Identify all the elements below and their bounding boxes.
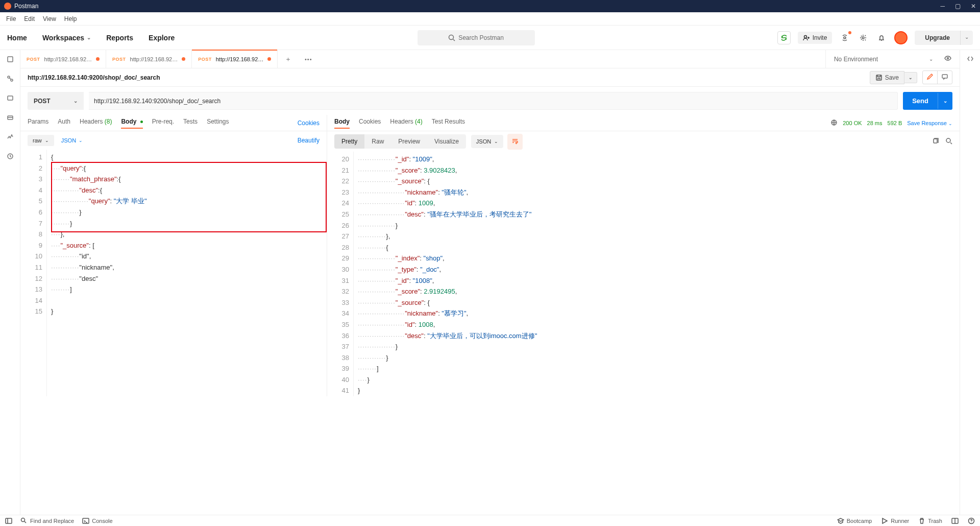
- chevron-down-icon: ⌄: [929, 56, 933, 62]
- save-icon: [875, 74, 883, 81]
- comment-icon[interactable]: [938, 71, 952, 84]
- request-tab[interactable]: POST http://192.168.92…: [192, 50, 278, 68]
- app-logo: [4, 3, 11, 10]
- nav-workspaces[interactable]: Workspaces ⌄: [42, 34, 91, 42]
- notifications-icon[interactable]: [876, 32, 887, 43]
- invite-button[interactable]: Invite: [798, 32, 832, 44]
- titlebar: Postman ─ ▢ ✕: [0, 0, 980, 12]
- nav-explore[interactable]: Explore: [149, 34, 175, 42]
- save-response-button[interactable]: Save Response ⌄: [907, 120, 952, 126]
- trash-button[interactable]: Trash: [918, 517, 942, 524]
- body-mode-label: raw: [33, 137, 42, 144]
- environments-icon[interactable]: [5, 93, 15, 103]
- body-lang-select[interactable]: JSON ⌄: [61, 137, 83, 144]
- history-icon[interactable]: [5, 151, 15, 161]
- bootcamp-button[interactable]: Bootcamp: [837, 517, 872, 524]
- view-preview[interactable]: Preview: [391, 134, 427, 149]
- nav-reports[interactable]: Reports: [106, 34, 133, 42]
- request-tab[interactable]: POST http://192.168.92…: [106, 50, 192, 68]
- eye-icon[interactable]: [944, 55, 951, 63]
- request-tab[interactable]: POST http://192.168.92…: [20, 50, 106, 68]
- svg-point-18: [21, 518, 25, 521]
- resp-tab-headers-count: (4): [415, 118, 423, 125]
- tab-params[interactable]: Params: [28, 118, 48, 128]
- search-response-icon[interactable]: [945, 137, 952, 146]
- upgrade-caret[interactable]: ⌄: [960, 31, 973, 45]
- tab-prereq[interactable]: Pre-req.: [152, 118, 174, 128]
- tab-settings[interactable]: Settings: [207, 118, 229, 128]
- view-pretty[interactable]: Pretty: [334, 134, 364, 149]
- resp-tab-body[interactable]: Body: [334, 118, 350, 128]
- url-input[interactable]: http://192.168.92.140:9200/shop/_doc/_se…: [89, 92, 898, 110]
- send-caret[interactable]: ⌄: [938, 93, 952, 109]
- environment-select[interactable]: No Environment ⌄: [825, 50, 960, 68]
- avatar[interactable]: [894, 31, 908, 44]
- response-toolbar: Pretty Raw Preview Visualize JSON ⌄: [327, 131, 960, 152]
- wrap-toggle[interactable]: [507, 134, 523, 150]
- collections-icon[interactable]: [5, 54, 15, 64]
- body-mode-select[interactable]: raw ⌄: [28, 135, 54, 146]
- view-raw[interactable]: Raw: [364, 134, 391, 149]
- satellite-icon[interactable]: [839, 32, 850, 43]
- resp-tab-cookies[interactable]: Cookies: [359, 118, 381, 128]
- window-maximize-icon[interactable]: ▢: [955, 3, 961, 10]
- tab-method: POST: [27, 57, 40, 62]
- menu-view[interactable]: View: [43, 15, 56, 22]
- tab-body[interactable]: Body: [121, 118, 142, 128]
- nav-home[interactable]: Home: [7, 34, 27, 42]
- mock-icon[interactable]: [5, 112, 15, 123]
- search-input[interactable]: Search Postman: [418, 30, 535, 45]
- svg-rect-7: [8, 96, 13, 100]
- menu-edit[interactable]: Edit: [24, 15, 35, 22]
- two-pane-icon[interactable]: [951, 517, 959, 524]
- runner-button[interactable]: Runner: [881, 517, 909, 524]
- monitors-icon[interactable]: [5, 132, 15, 142]
- tab-title: http://192.168.92…: [130, 56, 178, 62]
- tab-more-button[interactable]: •••: [298, 50, 318, 68]
- cookies-link[interactable]: Cookies: [298, 119, 320, 127]
- tab-tests[interactable]: Tests: [183, 118, 198, 128]
- response-body-viewer[interactable]: 2021222324252627282930313233343536373839…: [327, 152, 960, 396]
- settings-icon[interactable]: [857, 32, 869, 43]
- send-button[interactable]: Send ⌄: [903, 92, 952, 110]
- view-visualize[interactable]: Visualize: [427, 134, 466, 149]
- response-lang-select[interactable]: JSON ⌄: [471, 135, 503, 148]
- find-replace-button[interactable]: Find and Replace: [20, 517, 74, 524]
- tab-auth[interactable]: Auth: [58, 118, 70, 128]
- chevron-down-icon: ⌄: [45, 138, 49, 143]
- save-label: Save: [885, 74, 899, 81]
- menu-file[interactable]: File: [6, 15, 16, 22]
- upgrade-button[interactable]: Upgrade: [915, 31, 960, 45]
- save-caret[interactable]: ⌄: [904, 72, 917, 83]
- window-close-icon[interactable]: ✕: [971, 3, 976, 10]
- sidebar-toggle-icon[interactable]: [5, 517, 12, 524]
- request-body-editor[interactable]: 123456789101112131415 {····"query":{····…: [20, 150, 327, 396]
- tab-headers-label: Headers: [80, 118, 103, 125]
- apis-icon[interactable]: [5, 74, 15, 84]
- save-button[interactable]: Save: [870, 71, 904, 84]
- resp-tab-headers[interactable]: Headers (4): [390, 118, 422, 128]
- tab-modified-dot: [182, 57, 185, 61]
- window-minimize-icon[interactable]: ─: [940, 3, 945, 10]
- copy-icon[interactable]: [932, 137, 939, 146]
- tab-strip: POST http://192.168.92… POST http://192.…: [20, 50, 960, 68]
- code-snippet-icon[interactable]: [967, 55, 974, 64]
- svg-point-3: [862, 37, 864, 39]
- globe-icon[interactable]: [830, 119, 838, 127]
- svg-point-6: [11, 79, 13, 81]
- resp-tab-testresults[interactable]: Test Results: [432, 118, 465, 128]
- method-select[interactable]: POST ⌄: [28, 92, 84, 110]
- help-icon[interactable]: [968, 517, 975, 524]
- beautify-button[interactable]: Beautify: [298, 137, 320, 144]
- menu-help[interactable]: Help: [64, 15, 77, 22]
- tab-headers[interactable]: Headers (8): [80, 118, 112, 128]
- tab-add-button[interactable]: ＋: [278, 50, 298, 68]
- pencil-icon[interactable]: [923, 71, 938, 84]
- response-status: 200 OK: [843, 120, 862, 126]
- tab-title: http://192.168.92…: [44, 56, 92, 62]
- console-icon: [82, 517, 89, 524]
- svg-rect-14: [934, 139, 937, 143]
- status-bar: Find and Replace Console Bootcamp Runner…: [0, 515, 980, 526]
- sync-icon[interactable]: [777, 31, 791, 44]
- console-button[interactable]: Console: [82, 517, 112, 524]
